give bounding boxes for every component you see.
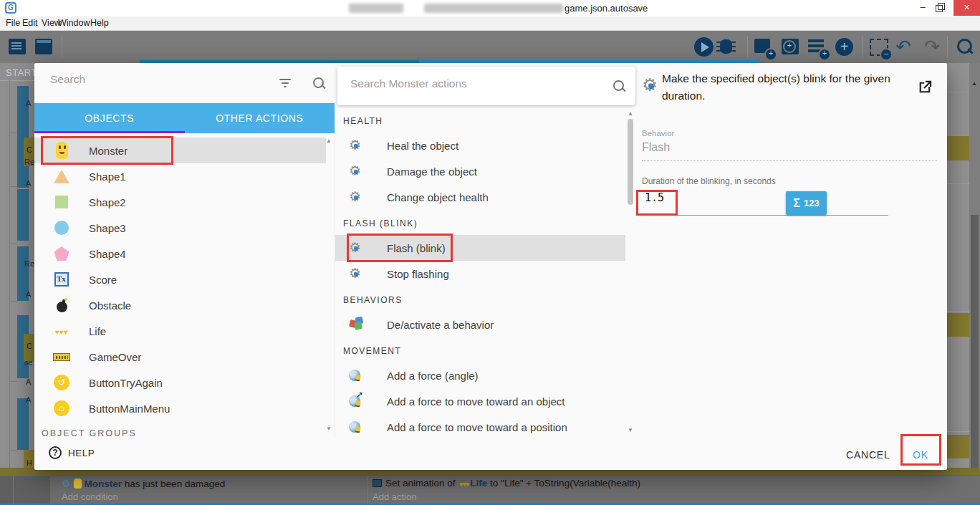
object-icon-box — [49, 221, 75, 235]
scroll-down-icon[interactable]: ▼ — [628, 427, 633, 433]
action-label: Add a force (angle) — [387, 370, 479, 382]
filter-icon[interactable] — [278, 78, 292, 88]
action-item-flash-blink-[interactable]: Flash (blink) — [335, 235, 625, 261]
scroll-up-icon[interactable]: ▲ — [971, 80, 977, 87]
object-item-shape2[interactable]: Shape2 — [34, 189, 326, 215]
add-condition-link[interactable]: Add condition — [62, 491, 118, 502]
object-item-shape3[interactable]: Shape3 — [34, 215, 326, 241]
object-label: Score — [89, 274, 117, 286]
action-item-stop-flashing[interactable]: Stop flashing — [335, 261, 625, 287]
restore-button[interactable] — [929, 0, 949, 16]
clipped-event-text: C — [27, 145, 32, 154]
action-object-name: Life — [470, 478, 487, 489]
title-bar: G game.json.autosave — [0, 0, 980, 16]
action-label: Damage the object — [387, 165, 477, 178]
action-list-scrollbar[interactable]: ▲ ▼ — [625, 107, 635, 437]
objects-panel: OBJECTSOTHER ACTIONS MonsterShape1Shape2… — [34, 63, 335, 438]
object-icon-box — [49, 142, 75, 159]
action-label: De/activate a behavior — [387, 319, 494, 331]
scrollbar-thumb[interactable] — [971, 215, 979, 505]
search-icon[interactable] — [612, 80, 625, 92]
event-conditions-cell[interactable]: ⚙Monster has just been damaged Add condi… — [50, 476, 368, 505]
scene-editor-icon[interactable] — [34, 37, 55, 58]
add-event-icon[interactable] — [753, 37, 774, 58]
section-header-flash-blink-: FLASH (BLINK) — [335, 210, 638, 235]
clipped-event-text: A — [26, 290, 31, 299]
action-item-heal-the-object[interactable]: Heal the object — [335, 133, 625, 158]
section-header-health: HEALTH — [335, 107, 638, 133]
action-item-add-a-force-to-move-toward-a-position[interactable]: Add a force to move toward a position — [335, 414, 625, 438]
object-item-gameover[interactable]: GameOver — [34, 344, 326, 370]
events-scrollbar[interactable]: ▲ — [969, 63, 980, 505]
action-search-input[interactable] — [350, 77, 580, 90]
circle-icon — [54, 221, 69, 235]
object-item-obstacle[interactable]: Obstacle — [34, 292, 326, 318]
object-icon-box — [49, 272, 75, 287]
add-other-event-icon[interactable] — [834, 37, 855, 58]
actions-panel: HEALTHHeal the objectDamage the objectCh… — [335, 63, 638, 438]
redo-icon[interactable]: ↷ — [921, 37, 943, 58]
object-search-input[interactable] — [50, 73, 258, 86]
help-button[interactable]: ? HELP — [49, 446, 95, 459]
expression-button-label: 123 — [804, 198, 820, 208]
toolbar-divider — [62, 36, 62, 57]
duration-field-underline — [645, 215, 888, 216]
expression-builder-button[interactable]: Σ 123 — [786, 191, 827, 215]
add-comment-icon[interactable] — [807, 37, 828, 58]
menu-window[interactable]: Window — [58, 18, 90, 28]
external-link-icon[interactable] — [917, 80, 933, 95]
debug-icon[interactable] — [716, 37, 737, 58]
undo-icon[interactable]: ↶ — [893, 37, 914, 58]
scroll-up-icon[interactable]: ▲ — [326, 138, 332, 144]
action-item-add-a-force-to-move-toward-an-object[interactable]: ↗Add a force to move toward an object — [335, 388, 625, 414]
tab-other-actions[interactable]: OTHER ACTIONS — [185, 103, 335, 133]
search-events-icon[interactable] — [954, 37, 976, 58]
scroll-up-icon[interactable]: ▲ — [628, 110, 633, 117]
events-sheet-icon[interactable] — [7, 37, 29, 58]
redacted-title-block — [349, 4, 403, 13]
object-tabs: OBJECTSOTHER ACTIONS — [34, 103, 335, 133]
action-icon-box — [347, 138, 365, 153]
window-title: game.json.autosave — [565, 3, 648, 14]
gear-icon — [349, 241, 363, 255]
section-header-behaviors: BEHAVIORS — [335, 287, 638, 312]
action-item-damage-the-object[interactable]: Damage the object — [335, 158, 625, 184]
scrollbar-thumb[interactable] — [628, 119, 633, 205]
action-item-add-a-force-angle-[interactable]: Add a force (angle) — [335, 362, 625, 388]
scroll-down-icon[interactable]: ▼ — [326, 425, 332, 432]
action-item-de-activate-a-behavior[interactable]: De/activate a behavior — [335, 312, 625, 337]
event-actions-cell[interactable]: Set animation of ♥♥♥Life to "Life" + ToS… — [368, 476, 980, 505]
object-icon-box — [49, 375, 75, 390]
menu-help[interactable]: Help — [90, 18, 109, 28]
close-button[interactable] — [953, 0, 980, 16]
object-item-shape4[interactable]: Shape4 — [34, 241, 326, 266]
gear-icon — [349, 164, 363, 178]
object-icon-box — [49, 196, 75, 208]
menu-file[interactable]: File — [6, 18, 20, 28]
delete-selection-icon[interactable] — [868, 37, 890, 58]
search-icon[interactable] — [312, 77, 325, 90]
add-subevent-icon[interactable] — [780, 37, 802, 58]
ok-button[interactable]: OK — [907, 446, 934, 464]
action-text-prefix: Set animation of — [385, 478, 458, 489]
object-item-shape1[interactable]: Shape1 — [34, 163, 326, 189]
toolbar: ↶ ↷ — [0, 31, 980, 63]
object-item-monster[interactable]: Monster — [34, 138, 326, 163]
object-label: ButtonMainMenu — [89, 403, 170, 415]
object-item-score[interactable]: Score — [34, 266, 326, 292]
cancel-button[interactable]: CANCEL — [840, 446, 896, 464]
object-item-buttontryagain[interactable]: ButtonTryAgain — [34, 370, 326, 395]
object-item-buttonmainmenu[interactable]: ButtonMainMenu — [34, 395, 326, 421]
tab-objects[interactable]: OBJECTS — [34, 103, 185, 133]
preview-play-icon[interactable] — [693, 37, 715, 58]
object-icon-box — [49, 353, 75, 361]
force-arrow-icon: ↗ — [349, 394, 363, 408]
add-action-link[interactable]: Add action — [373, 491, 416, 502]
clipped-event-text: se — [24, 358, 33, 367]
duration-input[interactable] — [645, 191, 752, 204]
object-item-life[interactable]: Life — [34, 318, 326, 344]
action-item-change-object-health[interactable]: Change object health — [335, 184, 625, 210]
clipped-event-text: Re — [24, 259, 34, 268]
menu-edit[interactable]: Edit — [22, 18, 38, 28]
object-search-bar — [34, 63, 335, 103]
